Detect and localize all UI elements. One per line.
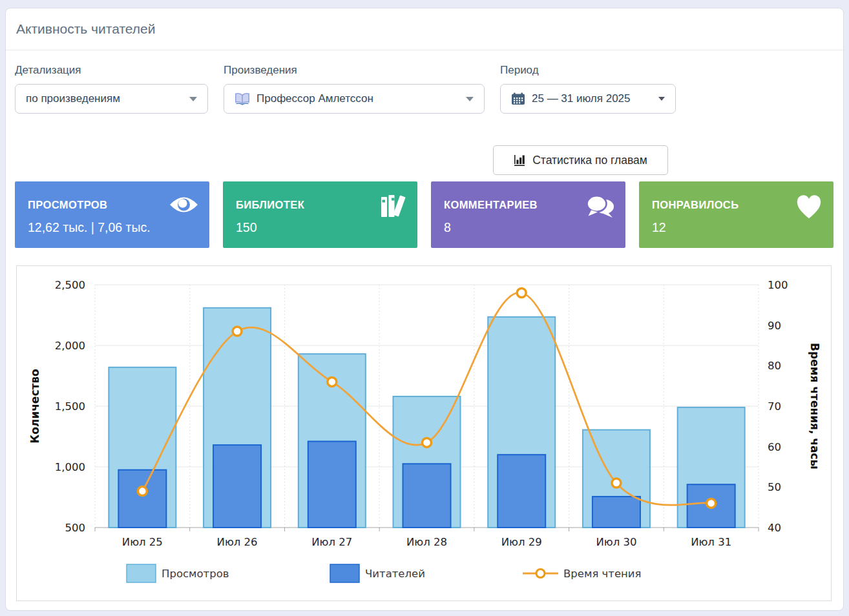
- bar-chart-icon: [514, 154, 527, 167]
- views-stat-value: 12,62 тыс. | 7,06 тыс.: [28, 220, 151, 235]
- right-axis-tick: 90: [768, 320, 781, 332]
- left-axis-tick: 2,500: [55, 279, 85, 291]
- works-label: Произведения: [224, 64, 485, 77]
- heart-icon: [795, 194, 823, 220]
- reading-time-point[interactable]: [517, 289, 526, 298]
- readers-bar[interactable]: [118, 470, 166, 528]
- filter-period: Период 25 — 31 июля 2025: [500, 64, 676, 114]
- comments-icon: [586, 194, 615, 219]
- reading-time-point[interactable]: [328, 377, 337, 386]
- chevron-down-icon: [658, 97, 665, 101]
- filter-detail: Детализация по произведениям: [15, 64, 208, 114]
- card-header: Активность читателей: [6, 8, 843, 50]
- libraries-stat-card: БИБЛИОТЕК 150: [223, 181, 417, 248]
- chapter-stats-button[interactable]: Статистика по главам: [493, 145, 668, 175]
- views-stat-label: ПРОСМОТРОВ: [28, 199, 107, 211]
- legend-reading-time-label: Время чтения: [563, 568, 642, 580]
- left-axis-tick: 2,000: [55, 340, 85, 352]
- filter-works: Произведения Профессор Амлетссон: [224, 64, 485, 114]
- right-axis-tick: 80: [768, 360, 781, 372]
- right-axis-tick: 40: [768, 522, 781, 534]
- x-axis-label: Июл 27: [311, 536, 352, 548]
- x-axis-label: Июл 31: [691, 536, 731, 548]
- books-icon: [380, 194, 407, 218]
- x-axis-label: Июл 30: [596, 536, 636, 548]
- stat-cards-row: ПРОСМОТРОВ 12,62 тыс. | 7,06 тыс. БИБЛИО…: [6, 181, 843, 248]
- left-axis-tick: 1,500: [55, 400, 85, 413]
- right-axis-tick: 60: [768, 441, 781, 453]
- reading-time-point[interactable]: [707, 498, 716, 508]
- period-label: Период: [500, 64, 676, 77]
- readers-bar[interactable]: [403, 464, 451, 528]
- readers-bar[interactable]: [498, 455, 545, 528]
- readers-bar[interactable]: [592, 497, 640, 528]
- reading-time-point[interactable]: [138, 487, 147, 496]
- reader-activity-card: Активность читателей Детализация по прои…: [5, 8, 844, 611]
- legend-views-label: Просмотров: [162, 568, 229, 580]
- likes-stat-card: ПОНРАВИЛОСЬ 12: [639, 181, 833, 248]
- comments-stat-label: КОММЕНТАРИЕВ: [444, 199, 538, 211]
- views-stat-card: ПРОСМОТРОВ 12,62 тыс. | 7,06 тыс.: [15, 181, 209, 248]
- legend-readers[interactable]: Читателей: [330, 564, 425, 582]
- left-axis-tick: 500: [65, 522, 86, 534]
- left-axis-tick: 1,000: [55, 461, 85, 473]
- comments-stat-card: КОММЕНТАРИЕВ 8: [431, 181, 625, 248]
- x-axis-label: Июл 26: [217, 536, 258, 548]
- likes-stat-value: 12: [652, 220, 666, 235]
- comments-stat-value: 8: [444, 220, 451, 235]
- reading-time-point[interactable]: [423, 438, 432, 447]
- detail-label: Детализация: [15, 64, 208, 77]
- legend-readers-swatch: [330, 564, 359, 582]
- legend-reading-time[interactable]: Время чтения: [523, 568, 642, 580]
- open-book-icon: [235, 92, 250, 105]
- right-axis-title: Время чтения, часы: [808, 343, 821, 469]
- reading-time-point[interactable]: [233, 327, 242, 336]
- works-select[interactable]: Профессор Амлетссон: [224, 84, 485, 114]
- libraries-stat-label: БИБЛИОТЕК: [236, 199, 304, 211]
- activity-chart: 5001,0001,5002,0002,500405060708090100Ию…: [17, 266, 831, 601]
- detail-select[interactable]: по произведениям: [15, 84, 208, 114]
- calendar-icon: [511, 92, 525, 105]
- chevron-down-icon: [466, 97, 474, 101]
- works-select-value: Профессор Амлетссон: [257, 92, 373, 105]
- readers-bar[interactable]: [308, 442, 356, 528]
- left-axis-title: Количество: [28, 369, 41, 444]
- detail-select-value: по произведениям: [26, 92, 120, 105]
- chevron-down-icon: [189, 97, 197, 101]
- right-axis-tick: 100: [768, 279, 788, 291]
- page-title: Активность читателей: [6, 8, 843, 50]
- reading-time-point[interactable]: [612, 478, 621, 488]
- period-picker-value: 25 — 31 июля 2025: [532, 92, 631, 105]
- likes-stat-label: ПОНРАВИЛОСЬ: [652, 199, 739, 211]
- activity-chart-panel: 5001,0001,5002,0002,500405060708090100Ию…: [16, 265, 832, 601]
- x-axis-label: Июл 29: [501, 536, 542, 548]
- legend-views-swatch: [127, 564, 156, 582]
- readers-bar[interactable]: [213, 445, 261, 528]
- x-axis-label: Июл 28: [406, 536, 447, 548]
- right-axis-tick: 70: [768, 400, 781, 413]
- page: Активность читателей Детализация по прои…: [0, 0, 849, 616]
- libraries-stat-value: 150: [236, 220, 257, 235]
- legend-readers-label: Читателей: [365, 568, 425, 580]
- legend-views[interactable]: Просмотров: [127, 564, 229, 582]
- right-axis-tick: 50: [768, 481, 781, 493]
- eye-icon: [169, 194, 199, 215]
- chapter-stats-label: Статистика по главам: [532, 154, 647, 167]
- legend-reading-time-marker: [536, 570, 545, 578]
- period-picker[interactable]: 25 — 31 июля 2025: [500, 84, 676, 114]
- x-axis-label: Июл 25: [122, 536, 163, 548]
